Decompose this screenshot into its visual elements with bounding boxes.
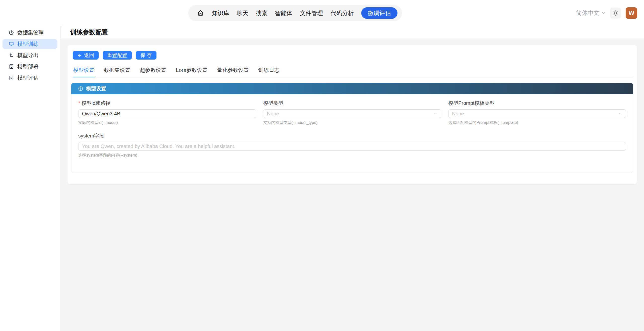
field-prompt-template: 模型Prompt模板类型 None 选择匹配模型的Prompt模板(--temp… <box>448 100 626 125</box>
main-nav: 知识库 聊天 搜索 智能体 文件管理 代码分析 微调评估 <box>188 5 402 21</box>
field-label-text: 模型类型 <box>263 100 283 107</box>
field-label: system字段 <box>78 132 626 139</box>
back-button[interactable]: 返回 <box>73 51 99 60</box>
chevron-down-icon <box>433 112 437 116</box>
toolbar: 返回 重置配置 保 存 <box>71 51 633 60</box>
sidebar-item-label: 数据集管理 <box>17 29 44 36</box>
nav-item-knowledge-base[interactable]: 知识库 <box>212 9 229 17</box>
top-right-controls: 简体中文 W <box>576 0 637 26</box>
nav-item-file-management[interactable]: 文件管理 <box>300 9 323 17</box>
field-model-id: * 模型id或路径 实际的模型id(--model) <box>78 100 256 125</box>
field-helper: 选择system字段的内容(--system) <box>78 153 626 158</box>
prompt-template-select[interactable]: None <box>448 109 626 118</box>
sidebar-item-model-deployment[interactable]: 模型部署 <box>3 62 57 72</box>
chevron-down-icon <box>618 112 622 116</box>
language-selector[interactable]: 简体中文 <box>576 9 606 17</box>
field-label-text: 模型Prompt模板类型 <box>448 100 495 107</box>
tab-quantization-settings[interactable]: 量化参数设置 <box>217 65 249 77</box>
document-icon <box>9 64 14 69</box>
nav-item-agent[interactable]: 智能体 <box>275 9 292 17</box>
field-model-type: 模型类型 None 支持的模型类型(--model_type) <box>263 100 441 125</box>
model-id-input[interactable] <box>78 109 256 118</box>
nav-item-search[interactable]: 搜索 <box>256 9 267 17</box>
sun-icon <box>613 10 619 16</box>
form-row-2: system字段 选择system字段的内容(--system) <box>78 132 626 158</box>
sidebar-item-label: 模型训练 <box>17 40 38 48</box>
export-arrows-icon <box>9 53 14 58</box>
document-icon <box>9 75 14 81</box>
user-avatar[interactable]: W <box>626 7 637 19</box>
sidebar-item-model-evaluation[interactable]: 模型评估 <box>3 73 57 83</box>
sidebar-item-dataset-management[interactable]: 数据集管理 <box>3 28 57 38</box>
sidebar-item-label: 模型导出 <box>17 52 38 59</box>
field-label: 模型Prompt模板类型 <box>448 100 626 107</box>
arrow-left-icon <box>77 53 82 58</box>
select-placeholder: None <box>267 111 279 117</box>
top-bar: 知识库 聊天 搜索 智能体 文件管理 代码分析 微调评估 简体中文 W <box>0 0 644 26</box>
field-label: 模型类型 <box>263 100 441 107</box>
config-card: 返回 重置配置 保 存 模型设置 数据集设置 超参数设置 Lora参数设置 量化… <box>67 45 637 184</box>
sidebar-item-model-export[interactable]: 模型导出 <box>3 50 57 60</box>
tab-bar: 模型设置 数据集设置 超参数设置 Lora参数设置 量化参数设置 训练日志 <box>71 65 633 77</box>
system-field-input[interactable] <box>78 142 626 151</box>
select-placeholder: None <box>452 111 464 117</box>
save-button[interactable]: 保 存 <box>136 51 156 60</box>
model-settings-panel: 模型设置 * 模型id或路径 实际的模型id(--model) <box>71 83 633 173</box>
home-icon <box>197 9 204 17</box>
panel-header-title: 模型设置 <box>86 85 106 92</box>
home-button[interactable] <box>197 9 204 17</box>
panel-header: 模型设置 <box>71 83 633 94</box>
tab-dataset-settings[interactable]: 数据集设置 <box>103 65 131 77</box>
chevron-down-icon <box>601 11 606 15</box>
reset-config-button[interactable]: 重置配置 <box>103 51 132 60</box>
field-helper: 选择匹配模型的Prompt模板(--template) <box>448 120 626 125</box>
required-asterisk: * <box>78 100 80 106</box>
tab-hyperparameter-settings[interactable]: 超参数设置 <box>139 65 167 77</box>
nav-item-code-analysis[interactable]: 代码分析 <box>331 9 354 17</box>
model-type-select[interactable]: None <box>263 109 441 118</box>
nav-item-chat[interactable]: 聊天 <box>237 9 248 17</box>
nav-item-finetune-eval-active[interactable]: 微调评估 <box>361 7 397 19</box>
tab-training-logs[interactable]: 训练日志 <box>258 65 280 77</box>
sidebar-item-label: 模型评估 <box>17 74 38 81</box>
panel-body: * 模型id或路径 实际的模型id(--model) 模型类型 None <box>71 94 633 173</box>
title-bar: 训练参数配置 <box>61 26 644 38</box>
theme-toggle-button[interactable] <box>610 8 621 19</box>
field-helper: 支持的模型类型(--model_type) <box>263 120 441 125</box>
tab-model-settings[interactable]: 模型设置 <box>73 65 95 77</box>
app-layout: 数据集管理 模型训练 模型导出 模型部署 <box>0 26 644 331</box>
monitor-icon <box>9 41 14 47</box>
field-label: * 模型id或路径 <box>78 100 256 107</box>
field-helper: 实际的模型id(--model) <box>78 120 256 125</box>
language-label: 简体中文 <box>576 9 599 17</box>
field-label-text: system字段 <box>78 132 104 139</box>
page-title: 训练参数配置 <box>70 28 108 36</box>
sidebar-item-model-training[interactable]: 模型训练 <box>3 39 57 49</box>
field-system: system字段 选择system字段的内容(--system) <box>78 132 626 158</box>
pie-chart-icon <box>9 30 14 35</box>
field-label-text: 模型id或路径 <box>82 100 111 107</box>
sidebar: 数据集管理 模型训练 模型导出 模型部署 <box>0 26 60 331</box>
sidebar-item-label: 模型部署 <box>17 63 38 70</box>
form-row-1: * 模型id或路径 实际的模型id(--model) 模型类型 None <box>78 100 626 125</box>
info-icon <box>78 86 83 91</box>
main-content: 训练参数配置 返回 重置配置 保 存 模型设置 数据集设置 超参数设置 Lora… <box>60 26 644 331</box>
tab-lora-settings[interactable]: Lora参数设置 <box>175 65 208 77</box>
back-button-label: 返回 <box>84 52 94 59</box>
